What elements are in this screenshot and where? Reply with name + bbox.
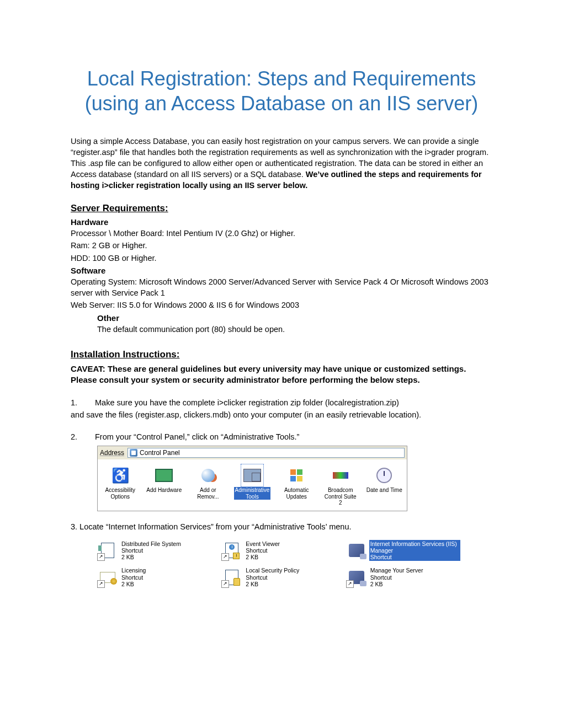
at-title: Local Security Policy bbox=[246, 567, 299, 574]
control-panel-items: ♿ Accessibility Options Add Hardware Add… bbox=[98, 460, 407, 511]
shortcut-arrow-icon: ↗ bbox=[221, 580, 229, 588]
windows-update-icon bbox=[290, 469, 302, 481]
step1-text-a: Make sure you have the complete i>clicke… bbox=[95, 398, 399, 407]
cp-label: Administrative Tools bbox=[234, 487, 271, 500]
cp-label: Date and Time bbox=[367, 487, 402, 494]
at-type: Shortcut bbox=[121, 547, 181, 554]
control-panel-window: AAddressddress Control Panel ♿ Accessibi… bbox=[97, 446, 407, 511]
at-title: Distributed File System bbox=[121, 540, 181, 547]
admin-tools-icon bbox=[243, 469, 261, 482]
at-size: 2 KB bbox=[246, 581, 299, 587]
address-bar: AAddressddress Control Panel bbox=[98, 446, 407, 460]
step-1-line-1: 1.Make sure you have the complete i>clic… bbox=[71, 397, 492, 408]
cp-label: Automatic Updates bbox=[278, 487, 315, 500]
req-webserver: Web Server: IIS 5.0 for Windows 2000 & I… bbox=[71, 299, 492, 311]
server-requirements-heading: Server Requirements: bbox=[71, 203, 492, 214]
at-item-licensing[interactable]: ↗ LicensingShortcut2 KB bbox=[97, 565, 213, 588]
document-title: Local Registration: Steps and Requiremen… bbox=[71, 66, 492, 116]
cp-item-admin-tools[interactable]: Administrative Tools bbox=[234, 465, 271, 506]
at-item-manage-server[interactable]: ↗ Manage Your ServerShortcut2 KB bbox=[346, 565, 461, 588]
cp-label: Add or Remov... bbox=[190, 487, 226, 500]
cp-item-add-hardware[interactable]: Add Hardware bbox=[146, 465, 183, 506]
at-type: Shortcut bbox=[370, 574, 423, 581]
at-item-iis-manager[interactable]: Internet Information Services (IIS) Mana… bbox=[346, 539, 461, 562]
cp-item-auto-updates[interactable]: Automatic Updates bbox=[278, 465, 315, 506]
iis-icon bbox=[349, 544, 364, 557]
broadcom-icon bbox=[333, 472, 348, 479]
shortcut-arrow-icon: ↗ bbox=[97, 580, 105, 588]
req-port: The default communication port (80) shou… bbox=[97, 324, 492, 335]
at-size: 2 KB bbox=[370, 581, 423, 587]
cp-item-accessibility[interactable]: ♿ Accessibility Options bbox=[102, 465, 139, 506]
hardware-icon bbox=[155, 469, 173, 482]
shortcut-arrow-icon: ↗ bbox=[346, 580, 354, 588]
cp-item-broadcom[interactable]: Broadcom Control Suite 2 bbox=[322, 465, 359, 506]
clock-icon bbox=[376, 468, 392, 483]
other-heading: Other bbox=[97, 313, 492, 323]
step-3: 3. Locate “Internet Information Services… bbox=[71, 521, 492, 532]
step-1-line-2: and save the files (register.asp, clicke… bbox=[71, 409, 492, 420]
control-panel-icon bbox=[130, 449, 137, 457]
accessibility-icon: ♿ bbox=[111, 468, 129, 484]
at-type: Shortcut bbox=[370, 554, 459, 560]
address-value: Control Panel bbox=[140, 449, 180, 457]
shortcut-arrow-icon: ↗ bbox=[97, 553, 105, 561]
cp-label: Accessibility Options bbox=[102, 487, 139, 500]
at-item-dfs[interactable]: ↗ Distributed File SystemShortcut2 KB bbox=[97, 539, 213, 562]
add-remove-icon bbox=[201, 469, 215, 482]
software-heading: Software bbox=[71, 266, 492, 275]
cp-label: Broadcom Control Suite 2 bbox=[322, 487, 359, 506]
at-item-event-viewer[interactable]: ↗ Event ViewerShortcut2 KB bbox=[221, 539, 337, 562]
req-hdd: HDD: 100 GB or Higher. bbox=[71, 253, 492, 264]
req-os: Operating System: Microsoft Windows 2000… bbox=[71, 276, 492, 299]
admin-tools-list: ↗ Distributed File SystemShortcut2 KB ↗ … bbox=[97, 539, 461, 588]
hardware-heading: Hardware bbox=[71, 217, 492, 227]
shortcut-arrow-icon: ↗ bbox=[221, 553, 229, 561]
installation-heading: Installation Instructions: bbox=[71, 349, 492, 360]
at-item-local-security[interactable]: ↗ Local Security PolicyShortcut2 KB bbox=[221, 565, 337, 588]
at-title: Internet Information Services (IIS) Mana… bbox=[370, 540, 459, 554]
step2-text: From your “Control Panel,” click on “Adm… bbox=[95, 432, 299, 441]
cp-item-add-remove[interactable]: Add or Remov... bbox=[190, 465, 226, 506]
cp-item-date-time[interactable]: Date and Time bbox=[366, 465, 402, 506]
req-processor: Processor \ Mother Board: Intel Pentium … bbox=[71, 228, 492, 239]
at-size: 2 KB bbox=[121, 581, 146, 587]
intro-paragraph: Using a simple Access Database, you can … bbox=[71, 136, 492, 191]
at-title: Event Viewer bbox=[246, 540, 280, 547]
at-type: Shortcut bbox=[121, 574, 146, 581]
step-2: 2.From your “Control Panel,” click on “A… bbox=[71, 431, 492, 442]
at-size: 2 KB bbox=[121, 554, 181, 560]
req-ram: Ram: 2 GB or Higher. bbox=[71, 240, 492, 251]
cp-label: Add Hardware bbox=[146, 487, 182, 494]
at-type: Shortcut bbox=[246, 574, 299, 581]
address-field[interactable]: Control Panel bbox=[128, 448, 405, 458]
address-label: AAddressddress bbox=[100, 449, 124, 457]
at-size: 2 KB bbox=[246, 554, 280, 560]
at-title: Manage Your Server bbox=[370, 567, 423, 574]
at-title: Licensing bbox=[121, 567, 146, 574]
caveat-note: CAVEAT: These are general guidelines but… bbox=[71, 363, 492, 386]
at-type: Shortcut bbox=[246, 547, 280, 554]
